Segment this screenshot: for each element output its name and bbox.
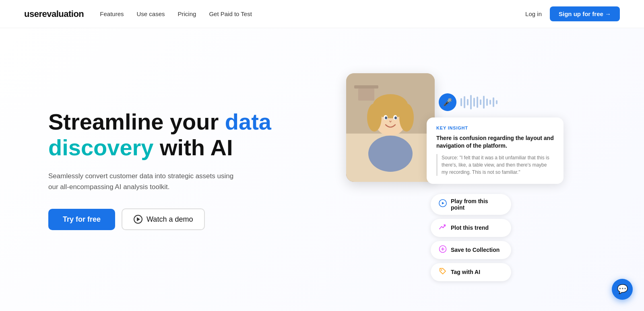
svg-point-11 (385, 116, 387, 119)
svg-point-18 (441, 269, 442, 270)
hero-left: Streamline your data discovery with AI S… (48, 109, 271, 230)
watch-demo-label: Watch a demo (147, 215, 193, 224)
nav-link-pricing[interactable]: Pricing (178, 10, 196, 17)
hero-title-blue: data (225, 109, 271, 134)
wave-bar (477, 97, 478, 108)
try-for-free-button[interactable]: Try for free (48, 209, 115, 230)
insight-label: KEY INSIGHT (436, 126, 554, 130)
hero-title-part3: with AI (154, 135, 233, 160)
login-button[interactable]: Log in (525, 10, 542, 17)
hero-title-part1: Streamline your (48, 109, 225, 134)
nav-link-get-paid[interactable]: Get Paid to Test (209, 10, 252, 17)
svg-point-12 (394, 116, 397, 119)
wave-bar (483, 96, 485, 109)
hero-title-teal: discovery (48, 135, 154, 160)
wave-bar (464, 96, 465, 108)
wave-bar (470, 95, 472, 109)
hero-title: Streamline your data discovery with AI (48, 109, 271, 161)
wave-bar (473, 98, 475, 107)
watch-demo-button[interactable]: Watch a demo (122, 208, 205, 230)
play-icon (134, 215, 142, 224)
play-triangle-icon (137, 217, 140, 221)
action-collection[interactable]: Save to Collection (431, 241, 511, 259)
wave-bar (493, 97, 494, 107)
action-tag[interactable]: Tag with AI (431, 263, 511, 281)
tag-ai-icon (439, 267, 447, 277)
wave-bar (486, 99, 488, 106)
nav-link-features[interactable]: Features (100, 10, 124, 17)
insight-title: There is confusion regarding the layout … (436, 134, 554, 150)
wave-bar (489, 100, 491, 105)
play-from-point-icon (439, 199, 447, 209)
navbar: userevaluation Features Use cases Pricin… (0, 0, 644, 28)
hero-subtitle: Seamlessly convert customer data into st… (48, 171, 242, 192)
action-play-label: Play from this point (451, 198, 503, 211)
wave-bar (467, 99, 469, 105)
video-card (346, 73, 435, 182)
logo[interactable]: userevaluation (24, 9, 84, 19)
wave-bar (460, 98, 462, 106)
hero-section: Streamline your data discovery with AI S… (0, 28, 644, 311)
audio-bar: 🎤 (439, 93, 497, 111)
mic-circle: 🎤 (439, 93, 456, 111)
video-placeholder (346, 73, 435, 182)
svg-point-6 (367, 103, 382, 132)
chat-icon: 💬 (617, 284, 628, 295)
action-trend[interactable]: Plot this trend (431, 219, 511, 237)
action-list: Play from this point Plot this trend (431, 194, 511, 281)
insight-source: Source: "I felt that it was a bit unfami… (436, 154, 554, 176)
hero-buttons: Try for free Watch a demo (48, 208, 271, 230)
person-illustration (346, 73, 435, 182)
action-trend-label: Plot this trend (451, 224, 489, 231)
signup-button[interactable]: Sign up for free → (550, 6, 620, 21)
svg-rect-2 (354, 85, 378, 89)
nav-links: Features Use cases Pricing Get Paid to T… (100, 10, 252, 17)
svg-point-8 (368, 136, 413, 172)
insight-card: KEY INSIGHT There is confusion regarding… (427, 117, 564, 184)
wave-bars (460, 95, 497, 109)
hero-right: 🎤 KEY INSIGHT There is confusion regardi… (346, 65, 620, 274)
save-collection-icon (439, 245, 447, 255)
plot-trend-icon (439, 223, 447, 233)
svg-rect-3 (358, 89, 374, 101)
chat-bubble-button[interactable]: 💬 (612, 279, 633, 300)
mic-icon: 🎤 (443, 98, 452, 107)
action-tag-label: Tag with AI (451, 269, 480, 275)
wave-bar (496, 100, 497, 104)
svg-point-7 (399, 103, 414, 132)
nav-link-use-cases[interactable]: Use cases (136, 10, 165, 17)
nav-right: Log in Sign up for free → (525, 6, 620, 21)
action-play[interactable]: Play from this point (431, 194, 511, 215)
nav-left: userevaluation Features Use cases Pricin… (24, 9, 252, 19)
action-collection-label: Save to Collection (451, 247, 500, 253)
svg-marker-14 (442, 202, 444, 204)
wave-bar (480, 99, 481, 105)
